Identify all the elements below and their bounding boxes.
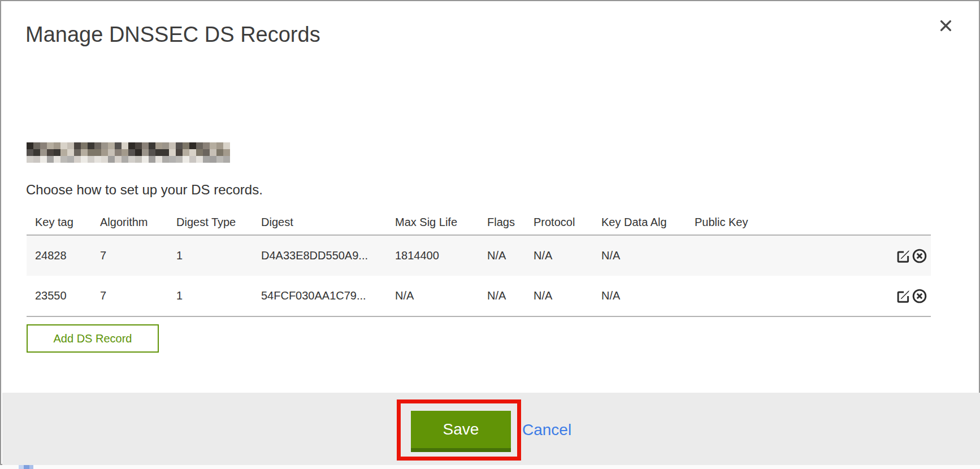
edit-record-button[interactable] <box>895 248 911 264</box>
col-header-max-sig-life: Max Sig Life <box>387 210 479 235</box>
cell-public-key <box>686 235 827 276</box>
delete-icon <box>912 248 927 264</box>
table-header-row: Key tag Algorithm Digest Type Digest Max… <box>27 210 931 235</box>
redacted-domain-name <box>27 142 230 164</box>
cell-digest-type: 1 <box>168 276 253 316</box>
page-behind-dialog <box>0 465 980 469</box>
cell-protocol: N/A <box>525 276 593 316</box>
col-header-algorithm: Algorithm <box>92 210 168 235</box>
col-header-key-data-alg: Key Data Alg <box>593 210 686 235</box>
manage-dnssec-dialog: Manage DNSSEC DS Records Choose how to s… <box>0 0 980 465</box>
cell-actions <box>827 235 931 276</box>
col-header-public-key: Public Key <box>686 210 827 235</box>
save-button[interactable]: Save <box>411 411 511 452</box>
cell-max-sig-life: N/A <box>387 276 479 316</box>
cell-public-key <box>686 276 827 316</box>
col-header-flags: Flags <box>479 210 525 235</box>
ds-records-table: Key tag Algorithm Digest Type Digest Max… <box>27 210 931 317</box>
delete-record-button[interactable] <box>912 248 927 264</box>
background-page-fragment <box>19 465 33 469</box>
cell-key-data-alg: N/A <box>593 276 686 316</box>
close-button[interactable] <box>936 16 955 35</box>
col-header-protocol: Protocol <box>525 210 593 235</box>
dialog-title: Manage DNSSEC DS Records <box>25 21 320 49</box>
cell-flags: N/A <box>479 276 525 316</box>
cell-key-data-alg: N/A <box>593 235 686 276</box>
col-header-key-tag: Key tag <box>27 210 92 235</box>
delete-icon <box>912 288 927 304</box>
cell-protocol: N/A <box>525 235 593 276</box>
cell-key-tag: 23550 <box>27 276 92 316</box>
cell-actions <box>827 276 931 316</box>
table-row: 24828 7 1 D4A33E8DD550A9... 1814400 N/A … <box>27 235 931 276</box>
cell-max-sig-life: 1814400 <box>387 235 479 276</box>
edit-record-button[interactable] <box>895 288 911 304</box>
add-ds-record-button[interactable]: Add DS Record <box>27 324 159 353</box>
cell-digest-type: 1 <box>168 235 253 276</box>
col-header-digest-type: Digest Type <box>168 210 253 235</box>
cell-key-tag: 24828 <box>27 235 92 276</box>
cell-flags: N/A <box>479 235 525 276</box>
cell-digest: D4A33E8DD550A9... <box>253 235 387 276</box>
cell-algorithm: 7 <box>92 235 168 276</box>
edit-icon <box>895 288 911 304</box>
close-icon <box>938 18 953 33</box>
cell-algorithm: 7 <box>92 276 168 316</box>
col-header-actions <box>827 210 931 235</box>
delete-record-button[interactable] <box>912 288 927 304</box>
setup-instruction-text: Choose how to set up your DS records. <box>26 182 263 198</box>
edit-icon <box>895 248 911 264</box>
col-header-digest: Digest <box>253 210 387 235</box>
cancel-link[interactable]: Cancel <box>522 421 571 439</box>
table-row: 23550 7 1 54FCF030AA1C79... N/A N/A N/A … <box>27 276 931 316</box>
cell-digest: 54FCF030AA1C79... <box>253 276 387 316</box>
